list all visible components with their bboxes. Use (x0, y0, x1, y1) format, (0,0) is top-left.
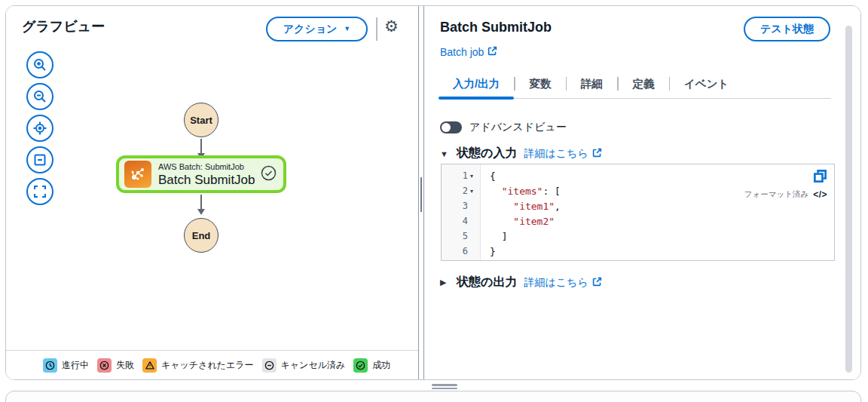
zoom-out-button[interactable] (26, 83, 53, 110)
code-line: 4 "item2" (442, 213, 834, 229)
expand-caret-icon[interactable]: ▶ (440, 278, 450, 287)
in-progress-clock-icon (43, 358, 57, 373)
warning-triangle-icon (142, 358, 157, 373)
code-text: "items": [ (481, 186, 561, 197)
expand-corners-icon (32, 184, 47, 199)
code-lines: 1▾{2▾ "items": [3 "item1",4 "item2"5 ]6} (442, 164, 834, 259)
graph-view-title: グラフビュー (22, 17, 105, 35)
state-details-panel: Batch SubmitJob テスト状態 Batch job 入力/出力 変数… (423, 6, 860, 379)
workflow-studio-card: グラフビュー アクション ▼ ⚙ Start (5, 5, 861, 380)
line-number: 1 (463, 170, 468, 181)
zoom-to-fit-button[interactable] (26, 146, 53, 173)
end-node[interactable]: End (184, 218, 219, 253)
batch-job-link[interactable]: Batch job (440, 46, 497, 58)
caret-down-icon: ▼ (344, 26, 350, 32)
zoom-in-icon (32, 57, 47, 72)
failed-x-icon (97, 358, 112, 373)
canceled-minus-icon (262, 358, 277, 373)
detail-tabs: 入力/出力 変数 詳細 定義 イベント (439, 69, 831, 99)
legend-label: 失敗 (116, 359, 134, 372)
settings-gear-icon[interactable]: ⚙ (384, 19, 399, 35)
formatted-badge: フォーマット済み (744, 189, 808, 200)
code-text: ] (481, 231, 507, 242)
code-line: 5 ] (442, 229, 834, 244)
code-line: 1▾{ (442, 168, 834, 183)
tab-definition[interactable]: 定義 (619, 69, 669, 98)
state-output-header: ▶ 状態の出力 詳細はこちら (440, 275, 602, 290)
tab-variables[interactable]: 変数 (515, 69, 566, 98)
state-input-header: ▼ 状態の入力 詳細はこちら (440, 146, 602, 161)
state-output-title: 状態の出力 (457, 275, 517, 290)
node-labels: AWS Batch: SubmitJob Batch SubmitJob (158, 161, 261, 188)
state-input-title: 状態の入力 (457, 146, 517, 161)
start-node[interactable]: Start (184, 103, 219, 137)
line-number: 4 (463, 216, 468, 226)
advanced-view-label: アドバンスドビュー (469, 121, 567, 134)
actions-button[interactable]: アクション ▼ (266, 17, 368, 41)
legend-item-in-progress: 進行中 (43, 358, 89, 373)
format-badge-row: フォーマット済み </> (744, 189, 827, 200)
zoom-in-button[interactable] (26, 51, 53, 78)
zoom-out-icon (32, 89, 47, 104)
frame-minus-icon (32, 152, 47, 167)
node-service-label: AWS Batch: SubmitJob (158, 161, 261, 172)
legend-item-succeeded: 成功 (353, 358, 390, 373)
advanced-view-toggle[interactable] (440, 121, 462, 133)
succeeded-check-icon (353, 358, 368, 373)
state-output-details-link[interactable]: 詳細はこちら (524, 276, 601, 290)
batch-submitjob-node[interactable]: AWS Batch: SubmitJob Batch SubmitJob (116, 155, 286, 193)
legend-item-caught-error: キャッチされたエラー (142, 358, 254, 373)
legend-item-failed: 失敗 (97, 358, 134, 373)
aws-batch-icon (124, 161, 151, 188)
state-title: Batch SubmitJob (440, 20, 552, 35)
bottom-resize-handle[interactable] (432, 384, 457, 389)
external-link-icon (592, 148, 602, 160)
state-input-json-viewer[interactable]: 1▾{2▾ "items": [3 "item1",4 "item2"5 ]6}… (441, 164, 835, 261)
external-link-icon (487, 46, 497, 58)
code-view-toggle-icon[interactable]: </> (813, 189, 827, 200)
line-number: 2 (463, 186, 468, 196)
graph-view-panel: グラフビュー アクション ▼ ⚙ Start (6, 6, 419, 379)
panel-scrollbar[interactable] (845, 26, 852, 373)
code-line: 6} (442, 244, 834, 259)
code-line: 3 "item1", (442, 198, 834, 213)
header-divider (376, 17, 377, 41)
crosshair-icon (32, 121, 47, 136)
legend-label: キャンセル済み (281, 359, 346, 372)
collapse-caret-icon[interactable]: ▼ (440, 149, 450, 158)
node-title: Batch SubmitJob (158, 172, 261, 188)
legend-label: 進行中 (62, 359, 89, 372)
code-text: } (481, 246, 496, 257)
end-node-label: End (192, 230, 211, 241)
line-number: 6 (463, 246, 468, 256)
code-text: { (481, 170, 496, 182)
status-legend: 進行中 失敗 キャッチされたエラー キャンセル済み (6, 350, 418, 379)
center-graph-button[interactable] (26, 115, 53, 142)
bottom-panel (5, 391, 861, 402)
tab-details[interactable]: 詳細 (567, 69, 617, 98)
tab-input-output[interactable]: 入力/出力 (439, 69, 514, 98)
actions-button-label: アクション (283, 23, 338, 36)
line-number: 5 (463, 231, 468, 241)
advanced-view-row: アドバンスドビュー (440, 121, 567, 134)
legend-label: 成功 (372, 359, 390, 372)
code-text: "item2" (481, 216, 555, 227)
legend-item-canceled: キャンセル済み (262, 358, 346, 373)
fold-caret-icon[interactable]: ▾ (470, 188, 477, 195)
code-text: "item1", (481, 201, 561, 212)
edge-node-to-end (196, 195, 206, 216)
fold-caret-icon[interactable]: ▾ (470, 173, 477, 180)
line-number: 3 (463, 201, 468, 211)
copy-icon[interactable] (813, 169, 827, 186)
legend-label: キャッチされたエラー (161, 359, 254, 372)
state-input-details-link[interactable]: 詳細はこちら (524, 147, 601, 161)
tab-events[interactable]: イベント (670, 69, 743, 98)
external-link-icon (592, 277, 602, 289)
start-node-label: Start (190, 115, 212, 126)
fullscreen-button[interactable] (26, 178, 53, 205)
test-state-button[interactable]: テスト状態 (744, 17, 830, 41)
node-check-icon (261, 165, 277, 184)
